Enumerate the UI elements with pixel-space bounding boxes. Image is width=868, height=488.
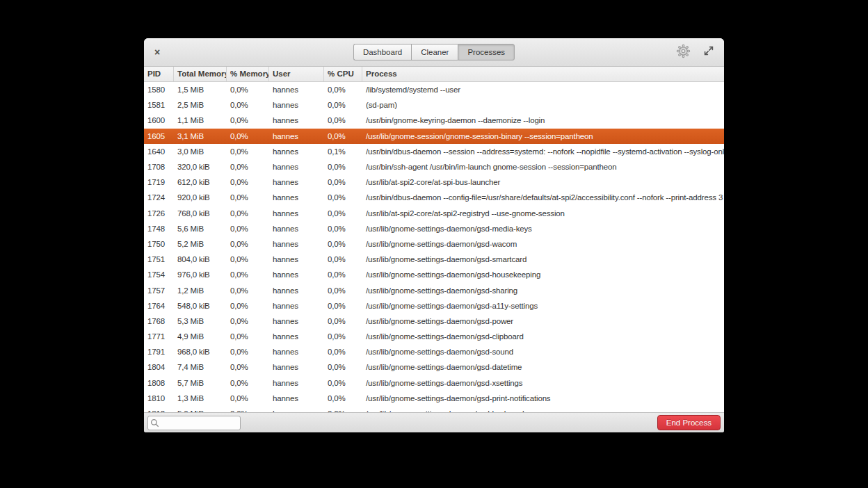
cell-process: /usr/bin/gnome-keyring-daemon --daemoniz… (362, 116, 724, 124)
table-row[interactable]: 16403,0 MiB0,0%hannes0,1%/usr/bin/dbus-d… (144, 144, 724, 159)
cell-total-memory: 768,0 kiB (174, 209, 227, 218)
table-row[interactable]: 17685,3 MiB0,0%hannes0,0%/usr/lib/gnome-… (144, 314, 724, 329)
cell-pct-memory: 0,0% (227, 255, 269, 263)
cell-process: /usr/lib/gnome-settings-daemon/gsd-sound (362, 348, 724, 356)
cell-pid: 1708 (144, 163, 174, 171)
table-row[interactable]: 16001,1 MiB0,0%hannes0,0%/usr/bin/gnome-… (144, 113, 724, 128)
table-row[interactable]: 1708320,0 kiB0,0%hannes0,0%/usr/bin/ssh-… (144, 159, 724, 174)
cell-pct-memory: 0,0% (227, 240, 269, 248)
cell-pct-memory: 0,0% (227, 332, 269, 341)
cell-total-memory: 920,0 kiB (174, 193, 227, 202)
cell-user: hannes (269, 178, 324, 186)
cell-process: /usr/lib/gnome-session/gnome-session-bin… (362, 132, 724, 140)
view-switcher: Dashboard Cleaner Processes (353, 44, 515, 60)
header-actions (675, 38, 717, 66)
table-row[interactable]: 15801,5 MiB0,0%hannes0,0%/lib/systemd/sy… (144, 82, 724, 97)
cell-user: hannes (269, 240, 324, 248)
cell-pid: 1754 (144, 270, 174, 279)
cell-process: /usr/lib/gnome-settings-daemon/gsd-a11y-… (362, 302, 724, 310)
cell-pct-memory: 0,0% (227, 348, 269, 356)
tab-dashboard[interactable]: Dashboard (353, 44, 411, 60)
cell-pct-memory: 0,0% (227, 225, 269, 233)
cell-pid: 1600 (144, 116, 174, 124)
cell-process: (sd-pam) (362, 101, 724, 109)
table-row[interactable]: 18101,3 MiB0,0%hannes0,0%/usr/lib/gnome-… (144, 391, 724, 406)
cell-process: /usr/lib/gnome-settings-daemon/gsd-print… (362, 394, 724, 402)
cell-pid: 1726 (144, 209, 174, 218)
column-header-pid[interactable]: PID (144, 67, 174, 81)
column-header-total-memory[interactable]: Total Memory (174, 67, 227, 81)
cell-total-memory: 548,0 kiB (174, 302, 227, 310)
table-row[interactable]: 1719612,0 kiB0,0%hannes0,0%/usr/lib/at-s… (144, 174, 724, 190)
cell-total-memory: 5,2 MiB (174, 240, 227, 248)
cell-pct-cpu: 0,0% (324, 348, 362, 356)
cell-pct-memory: 0,0% (227, 163, 269, 171)
table-row[interactable]: 18125,0 MiB0,0%hannes0,0%/usr/lib/gnome-… (144, 406, 724, 412)
table-row[interactable]: 17505,2 MiB0,0%hannes0,0%/usr/lib/gnome-… (144, 236, 724, 252)
cell-pct-memory: 0,0% (227, 363, 269, 371)
cell-user: hannes (269, 116, 324, 124)
table-row[interactable]: 17571,2 MiB0,0%hannes0,0%/usr/lib/gnome-… (144, 282, 724, 298)
cell-user: hannes (269, 255, 324, 263)
cell-pid: 1605 (144, 132, 174, 140)
table-row[interactable]: 1751804,0 kiB0,0%hannes0,0%/usr/lib/gnom… (144, 252, 724, 267)
cell-user: hannes (269, 86, 324, 94)
column-header-pct-cpu[interactable]: % CPU (324, 67, 362, 81)
cell-user: hannes (269, 286, 324, 295)
tab-processes[interactable]: Processes (458, 44, 515, 60)
table-row[interactable]: 18047,4 MiB0,0%hannes0,0%/usr/lib/gnome-… (144, 359, 724, 375)
column-header-process[interactable]: Process (362, 67, 724, 81)
cell-total-memory: 1,3 MiB (174, 394, 227, 402)
table-row[interactable]: 17714,9 MiB0,0%hannes0,0%/usr/lib/gnome-… (144, 329, 724, 344)
cell-pct-cpu: 0,0% (324, 163, 362, 171)
table-row[interactable]: 16053,1 MiB0,0%hannes0,0%/usr/lib/gnome-… (144, 129, 724, 144)
expand-icon (703, 45, 714, 59)
cell-total-memory: 976,0 kiB (174, 270, 227, 279)
table-row[interactable]: 18085,7 MiB0,0%hannes0,0%/usr/lib/gnome-… (144, 375, 724, 391)
cell-pid: 1808 (144, 379, 174, 387)
table-row[interactable]: 17485,6 MiB0,0%hannes0,0%/usr/lib/gnome-… (144, 221, 724, 236)
cell-user: hannes (269, 147, 324, 156)
cell-pct-memory: 0,0% (227, 86, 269, 94)
cell-total-memory: 2,5 MiB (174, 101, 227, 109)
column-header-user[interactable]: User (269, 67, 324, 81)
cell-pct-memory: 0,0% (227, 132, 269, 140)
column-header-pct-memory[interactable]: % Memory (227, 67, 269, 81)
table-row[interactable]: 15812,5 MiB0,0%hannes0,0%(sd-pam) (144, 97, 724, 113)
table-header: PID Total Memory % Memory User % CPU Pro… (144, 67, 724, 82)
close-button[interactable]: × (150, 44, 165, 60)
cell-process: /usr/lib/gnome-settings-daemon/gsd-clipb… (362, 332, 724, 341)
cell-pct-cpu: 0,0% (324, 132, 362, 140)
cell-pct-cpu: 0,0% (324, 225, 362, 233)
settings-button[interactable] (675, 44, 691, 60)
resize-button[interactable] (700, 44, 717, 60)
table-row[interactable]: 1754976,0 kiB0,0%hannes0,0%/usr/lib/gnom… (144, 267, 724, 282)
table-row[interactable]: 1791968,0 kiB0,0%hannes0,0%/usr/lib/gnom… (144, 344, 724, 359)
cell-pid: 1751 (144, 255, 174, 263)
cell-process: /usr/bin/ssh-agent /usr/bin/im-launch gn… (362, 163, 724, 171)
search-input[interactable] (147, 416, 241, 430)
cell-pct-cpu: 0,0% (324, 317, 362, 325)
cell-total-memory: 7,4 MiB (174, 363, 227, 371)
cell-user: hannes (269, 101, 324, 109)
end-process-button[interactable]: End Process (657, 415, 721, 430)
cell-pid: 1719 (144, 178, 174, 186)
cell-user: hannes (269, 379, 324, 387)
cell-user: hannes (269, 394, 324, 402)
table-row[interactable]: 1724920,0 kiB0,0%hannes0,0%/usr/bin/dbus… (144, 190, 724, 205)
cell-pct-cpu: 0,0% (324, 302, 362, 310)
cell-total-memory: 4,9 MiB (174, 332, 227, 341)
cell-user: hannes (269, 332, 324, 341)
cell-user: hannes (269, 193, 324, 202)
cell-process: /usr/bin/dbus-daemon --config-file=/usr/… (362, 193, 724, 202)
cell-total-memory: 5,7 MiB (174, 379, 227, 387)
cell-user: hannes (269, 348, 324, 356)
cell-pct-cpu: 0,0% (324, 193, 362, 202)
tab-cleaner[interactable]: Cleaner (411, 44, 458, 60)
table-row[interactable]: 1726768,0 kiB0,0%hannes0,0%/usr/lib/at-s… (144, 206, 724, 221)
footer-bar: End Process (144, 412, 724, 432)
cell-pid: 1771 (144, 332, 174, 341)
cell-user: hannes (269, 132, 324, 140)
cell-pct-memory: 0,0% (227, 209, 269, 218)
table-row[interactable]: 1764548,0 kiB0,0%hannes0,0%/usr/lib/gnom… (144, 298, 724, 314)
